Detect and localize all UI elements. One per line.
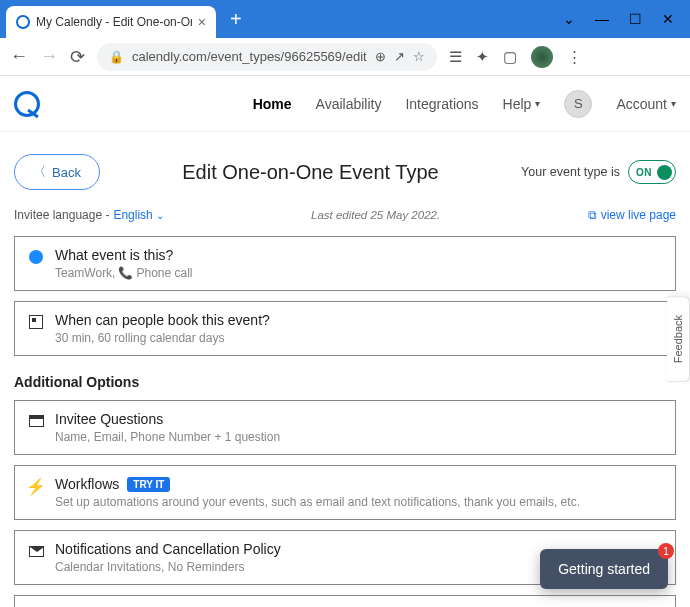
devtools-icon[interactable]: ☰ — [449, 48, 462, 66]
address-bar[interactable]: 🔒 calendly.com/event_types/96625569/edit… — [97, 43, 437, 71]
back-button[interactable]: 〈 Back — [14, 154, 100, 190]
view-live-page-link[interactable]: ⧉ view live page — [588, 208, 676, 222]
browser-tab[interactable]: My Calendly - Edit One-on-One | × — [6, 6, 216, 38]
card-confirmation-page[interactable]: Confirmation Page Calendly confirmation … — [14, 595, 676, 607]
forward-icon[interactable]: → — [40, 46, 58, 67]
card-subtitle: TeamWork, 📞 Phone call — [55, 266, 663, 280]
card-subtitle: 30 min, 60 rolling calendar days — [55, 331, 663, 345]
card-subtitle: Set up automations around your events, s… — [55, 495, 663, 509]
dot-icon — [29, 250, 43, 264]
mail-icon — [29, 546, 44, 557]
nav-help[interactable]: Help▾ — [503, 96, 541, 112]
workflow-icon: ⚡ — [26, 477, 46, 496]
page-title: Edit One-on-One Event Type — [100, 161, 521, 184]
last-edited-text: Last edited 25 May 2022. — [164, 209, 588, 221]
nav-integrations[interactable]: Integrations — [405, 96, 478, 112]
more-icon[interactable]: ⋮ — [567, 48, 582, 66]
calendly-logo[interactable] — [14, 91, 40, 117]
browser-tab-bar: My Calendly - Edit One-on-One | × + ⌄ — … — [0, 0, 690, 38]
profile-avatar-icon[interactable] — [531, 46, 553, 68]
nav-availability[interactable]: Availability — [316, 96, 382, 112]
url-text: calendly.com/event_types/96625569/edit?r… — [132, 49, 367, 64]
lock-icon: 🔒 — [109, 50, 124, 64]
nav-home[interactable]: Home — [253, 96, 292, 112]
toggle-state-label: ON — [636, 167, 652, 178]
maximize-icon[interactable]: ☐ — [629, 11, 642, 27]
tab-favicon — [16, 15, 30, 29]
tab-title: My Calendly - Edit One-on-One | — [36, 15, 192, 29]
close-icon[interactable]: × — [198, 14, 206, 30]
chevron-down-icon: ▾ — [535, 98, 540, 109]
chevron-down-icon[interactable]: ⌄ — [563, 11, 575, 27]
user-avatar[interactable]: S — [564, 90, 592, 118]
browser-toolbar: ← → ⟳ 🔒 calendly.com/event_types/9662556… — [0, 38, 690, 76]
event-type-toggle[interactable]: ON — [628, 160, 676, 184]
try-it-badge: TRY IT — [127, 477, 170, 492]
phone-icon: 📞 — [118, 266, 133, 280]
new-tab-button[interactable]: + — [230, 8, 242, 31]
app-header: Home Availability Integrations Help▾ S A… — [0, 76, 690, 132]
invitee-language-select[interactable]: English ⌄ — [113, 208, 163, 222]
chevron-down-icon: ▾ — [671, 98, 676, 109]
card-when-book[interactable]: When can people book this event? 30 min,… — [14, 301, 676, 356]
card-workflows[interactable]: ⚡ Workflows TRY IT Set up automations ar… — [14, 465, 676, 520]
toggle-prefix-text: Your event type is — [521, 165, 620, 179]
getting-started-button[interactable]: Getting started 1 — [540, 549, 668, 589]
form-icon — [29, 415, 44, 427]
zoom-icon[interactable]: ⊕ — [375, 49, 386, 64]
back-icon[interactable]: ← — [10, 46, 28, 67]
feedback-tab[interactable]: Feedback — [667, 296, 690, 382]
external-link-icon: ⧉ — [588, 208, 597, 222]
sidepanel-icon[interactable]: ▢ — [503, 48, 517, 66]
additional-options-heading: Additional Options — [14, 374, 676, 390]
card-title: Workflows — [55, 476, 119, 492]
card-title: Invitee Questions — [55, 411, 663, 427]
window-controls: ⌄ — ☐ ✕ — [563, 11, 684, 27]
nav-account[interactable]: Account▾ — [616, 96, 676, 112]
card-invitee-questions[interactable]: Invitee Questions Name, Email, Phone Num… — [14, 400, 676, 455]
close-window-icon[interactable]: ✕ — [662, 11, 674, 27]
chevron-left-icon: 〈 — [33, 163, 46, 181]
calendar-icon — [29, 315, 43, 329]
card-title: When can people book this event? — [55, 312, 663, 328]
toggle-knob — [657, 165, 672, 180]
reload-icon[interactable]: ⟳ — [70, 46, 85, 68]
star-icon[interactable]: ☆ — [413, 49, 425, 64]
notification-badge: 1 — [658, 543, 674, 559]
invitee-language-label: Invitee language - — [14, 208, 109, 222]
card-what-event[interactable]: What event is this? TeamWork, 📞 Phone ca… — [14, 236, 676, 291]
card-subtitle: Name, Email, Phone Number + 1 question — [55, 430, 663, 444]
share-icon[interactable]: ↗ — [394, 49, 405, 64]
back-label: Back — [52, 165, 81, 180]
extensions-icon[interactable]: ✦ — [476, 48, 489, 66]
minimize-icon[interactable]: — — [595, 11, 609, 27]
chevron-down-icon: ⌄ — [153, 210, 164, 221]
card-title: What event is this? — [55, 247, 663, 263]
